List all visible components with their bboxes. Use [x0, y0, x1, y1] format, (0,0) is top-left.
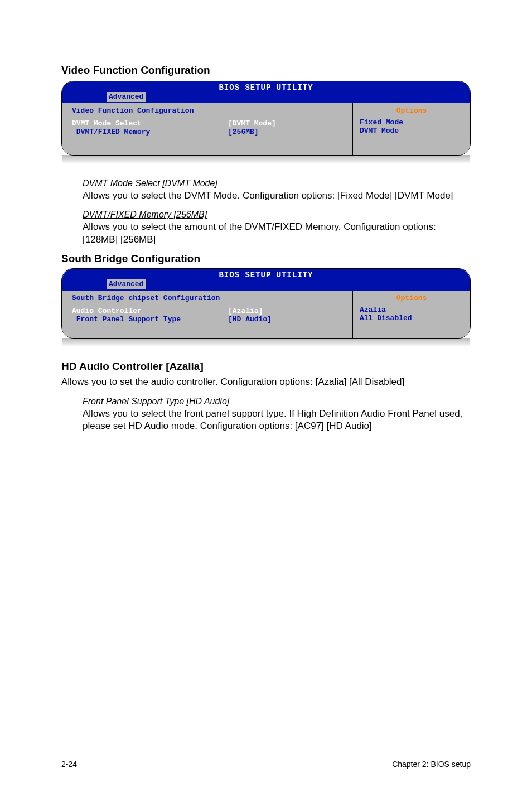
label-dvmt-mode-select: DVMT Mode Select [DVMT Mode]	[61, 178, 471, 189]
bios-fade	[61, 338, 471, 347]
option-dvmt-mode: DVMT Mode	[360, 127, 463, 135]
text-hd-audio-intro: Allows you to set the audio controller. …	[61, 376, 471, 388]
bios-title: BIOS SETUP UTILITY	[62, 269, 470, 279]
bios-tab-advanced[interactable]: Advanced	[107, 92, 146, 102]
options-heading: Options	[360, 107, 463, 115]
bios-right-pane: Options Azalia All Disabled	[353, 291, 470, 338]
bios-section-title: Video Function Configuration	[72, 107, 347, 115]
label-front-panel-support: Front Panel Support Type [HD Audio]	[61, 397, 471, 407]
bios-fade	[61, 155, 471, 164]
footer-divider	[61, 755, 471, 755]
text-dvmt-mode-body: Allows you to select the DVMT Mode. Conf…	[61, 190, 471, 202]
options-heading: Options	[360, 294, 463, 302]
setting-value: [256MB]	[228, 128, 347, 136]
setting-value: [HD Audio]	[228, 315, 347, 323]
heading-south-bridge: South Bridge Configuration	[61, 253, 471, 265]
bios-title: BIOS SETUP UTILITY	[62, 81, 470, 92]
page-footer: 2-24 Chapter 2: BIOS setup	[0, 760, 532, 769]
bios-left-pane: South Bridge chipset Configuration Audio…	[62, 291, 353, 338]
bios-row-front-panel[interactable]: Front Panel Support Type [HD Audio]	[72, 315, 347, 323]
bios-row-dvmt-fixed[interactable]: DVMT/FIXED Memory [256MB]	[72, 128, 347, 136]
bios-panel-video: BIOS SETUP UTILITY Advanced Video Functi…	[61, 81, 471, 156]
setting-label: Audio Controller	[72, 307, 228, 315]
bios-section-title: South Bridge chipset Configuration	[72, 294, 347, 302]
setting-label: DVMT/FIXED Memory	[72, 128, 228, 136]
footer-page-number: 2-24	[61, 760, 77, 769]
option-fixed-mode: Fixed Mode	[360, 118, 463, 127]
bios-tabs: Advanced	[62, 279, 470, 291]
bios-row-dvmt-mode[interactable]: DVMT Mode Select [DVMT Mode]	[72, 119, 347, 128]
footer-chapter: Chapter 2: BIOS setup	[392, 760, 471, 769]
bios-right-pane: Options Fixed Mode DVMT Mode	[353, 103, 470, 155]
text-dvmt-fixed-body: Allows you to select the amount of the D…	[61, 221, 471, 246]
bios-row-audio-controller[interactable]: Audio Controller [Azalia]	[72, 307, 347, 315]
option-azalia: Azalia	[360, 306, 463, 314]
bios-panel-southbridge: BIOS SETUP UTILITY Advanced South Bridge…	[61, 268, 471, 339]
bios-tab-advanced[interactable]: Advanced	[107, 279, 146, 289]
option-all-disabled: All Disabled	[360, 314, 463, 322]
setting-value: [DVMT Mode]	[228, 119, 347, 128]
label-dvmt-fixed-memory: DVMT/FIXED Memory [256MB]	[61, 210, 471, 220]
bios-left-pane: Video Function Configuration DVMT Mode S…	[62, 103, 353, 155]
setting-label: DVMT Mode Select	[72, 119, 228, 128]
setting-label: Front Panel Support Type	[72, 315, 228, 323]
bios-tabs: Advanced	[62, 92, 470, 103]
setting-value: [Azalia]	[228, 307, 347, 315]
heading-hd-audio: HD Audio Controller [Azalia]	[61, 360, 471, 373]
text-front-panel-body: Allows you to select the front panel sup…	[61, 408, 471, 433]
heading-video-function: Video Function Configuration	[61, 64, 471, 76]
